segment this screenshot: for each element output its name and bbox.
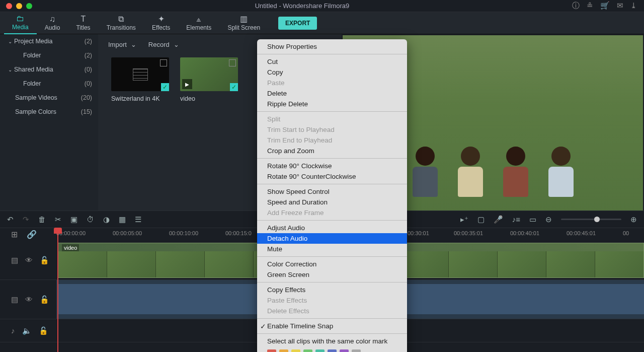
text-icon: T (81, 15, 86, 23)
speaker-icon[interactable]: 🔈 (22, 326, 32, 335)
zoom-in-button[interactable]: ⊕ (630, 215, 637, 224)
zoom-slider[interactable] (561, 219, 621, 220)
color-swatch[interactable] (291, 349, 300, 352)
mixer-button[interactable]: ♪≡ (512, 215, 520, 224)
color-swatch[interactable] (328, 349, 337, 352)
record-dropdown[interactable]: Record⌄ (148, 41, 179, 48)
account-icon[interactable]: ≗ (587, 1, 593, 11)
color-swatch[interactable] (279, 349, 288, 352)
eye-icon[interactable]: 👁 (25, 295, 33, 304)
export-button[interactable]: EXPORT (278, 17, 317, 30)
sidebar-item-sample-videos[interactable]: Sample Videos(20) (0, 91, 98, 105)
tab-audio[interactable]: ♫Audio (37, 12, 68, 34)
context-menu-item[interactable]: Select all clips with the same color mar… (257, 336, 407, 346)
color-button[interactable]: ◑ (103, 215, 110, 224)
link-icon[interactable]: 🔗 (27, 230, 37, 239)
sidebar-item-project-media[interactable]: ⌄Project Media(2) (0, 34, 98, 48)
titlebar: Untitled - Wondershare Filmora9 ⓘ ≗ 🛒 ✉ … (0, 0, 644, 12)
tab-elements[interactable]: ⟁Elements (178, 12, 219, 34)
import-dropdown[interactable]: Import⌄ (108, 41, 136, 48)
track-options-icon[interactable]: ⊞ (11, 230, 18, 239)
context-menu-separator (257, 220, 407, 221)
track-layers-icon[interactable]: ▤ (11, 295, 18, 304)
context-menu-item[interactable]: Mute (257, 244, 407, 254)
music-track-head: ♪ 🔈 🔓 (0, 319, 56, 342)
voiceover-button[interactable]: 🎤 (494, 215, 503, 224)
window-zoom-button[interactable] (26, 3, 32, 9)
context-menu-item: Delete Effects (257, 306, 407, 316)
cart-icon[interactable]: 🛒 (600, 1, 610, 11)
film-icon (133, 68, 148, 81)
playhead[interactable] (57, 228, 58, 352)
context-menu-separator (257, 184, 407, 184)
media-thumb-switzerland[interactable]: ✓ Switzerland in 4K (111, 57, 169, 102)
context-menu-item[interactable]: Rotate 90° Clockwise (257, 161, 407, 171)
marker-button[interactable]: ▢ (477, 215, 485, 224)
context-menu-item[interactable]: Crop and Zoom (257, 146, 407, 156)
color-swatch[interactable] (340, 349, 349, 352)
context-menu-item[interactable]: Cut (257, 56, 407, 67)
context-menu-item[interactable]: Color Correction (257, 259, 407, 269)
context-menu-separator (257, 54, 407, 54)
sidebar-item-folder[interactable]: Folder(2) (0, 48, 98, 62)
context-menu-item[interactable]: Copy Effects (257, 285, 407, 295)
aspect-button[interactable]: ▭ (529, 215, 536, 224)
context-menu-item[interactable]: Detach Audio (257, 233, 407, 244)
redo-button[interactable]: ↷ (23, 215, 29, 224)
chevron-down-icon: ⌄ (8, 39, 12, 44)
aspect-icon (229, 59, 236, 66)
context-menu-item: Trim Start to Playhead (257, 124, 407, 135)
tab-split-screen[interactable]: ▥Split Screen (219, 12, 268, 34)
lock-icon[interactable]: 🔓 (40, 256, 49, 265)
music-icon[interactable]: ♪ (11, 326, 15, 335)
speed-button[interactable]: ⏱ (87, 215, 94, 224)
window-minimize-button[interactable] (16, 3, 22, 9)
color-swatch[interactable] (267, 349, 276, 352)
context-menu-item[interactable]: Adjust Audio (257, 223, 407, 233)
mail-icon[interactable]: ✉ (617, 1, 623, 11)
zoom-out-button[interactable]: ⊖ (545, 215, 552, 224)
tab-effects[interactable]: ✦Effects (144, 12, 178, 34)
context-menu-item[interactable]: Speed and Duration (257, 197, 407, 207)
crop-button[interactable]: ▣ (70, 215, 77, 224)
context-menu-item[interactable]: Copy (257, 67, 407, 78)
help-icon[interactable]: ⓘ (572, 1, 580, 11)
lock-icon[interactable]: 🔓 (39, 326, 48, 335)
aspect-icon (160, 59, 167, 66)
color-swatch[interactable] (352, 349, 361, 352)
lock-icon[interactable]: 🔓 (40, 295, 49, 304)
window-close-button[interactable] (6, 3, 12, 9)
context-menu-item[interactable]: Delete (257, 88, 407, 99)
video-track-head: ▤ 👁 🔓 (0, 241, 56, 280)
check-icon: ✓ (230, 83, 238, 91)
media-thumb-video[interactable]: ▶✓ video (180, 57, 238, 102)
context-menu-item[interactable]: Show Speed Control (257, 186, 407, 197)
download-icon[interactable]: ⤓ (630, 1, 637, 11)
render-button[interactable]: ▸⁺ (460, 215, 468, 224)
sidebar-item-shared-media[interactable]: ⌄Shared Media(0) (0, 62, 98, 77)
tab-media[interactable]: 🗀Media (4, 12, 37, 34)
eye-icon[interactable]: 👁 (25, 256, 33, 264)
elements-icon: ⟁ (196, 15, 201, 23)
track-layers-icon[interactable]: ▤ (11, 256, 18, 265)
color-swatch[interactable] (315, 349, 325, 352)
context-menu-item[interactable]: Green Screen (257, 269, 407, 280)
context-menu-item[interactable]: Ripple Delete (257, 99, 407, 109)
context-menu-separator (257, 333, 407, 334)
context-menu-separator (257, 256, 407, 257)
context-menu-separator (257, 158, 407, 159)
cut-button[interactable]: ✂ (55, 215, 61, 224)
trash-button[interactable]: 🗑 (38, 215, 46, 224)
tab-transitions[interactable]: ⧉Transitions (99, 12, 144, 34)
context-menu-item[interactable]: Show Properties (257, 41, 407, 52)
color-swatch[interactable] (303, 349, 312, 352)
main-tabs: 🗀Media ♫Audio TTitles ⧉Transitions ✦Effe… (0, 12, 644, 34)
context-menu-item[interactable]: Rotate 90° CounterClockwise (257, 171, 407, 182)
sidebar-item-folder-shared[interactable]: Folder(0) (0, 77, 98, 91)
sidebar-item-sample-colors[interactable]: Sample Colors(15) (0, 105, 98, 119)
green-screen-button[interactable]: ▦ (119, 215, 126, 224)
tab-titles[interactable]: TTitles (68, 12, 98, 34)
undo-button[interactable]: ↶ (7, 215, 14, 224)
tuner-button[interactable]: ☰ (135, 215, 141, 224)
context-menu-item[interactable]: ✓Enable Timeline Snap (257, 321, 407, 331)
